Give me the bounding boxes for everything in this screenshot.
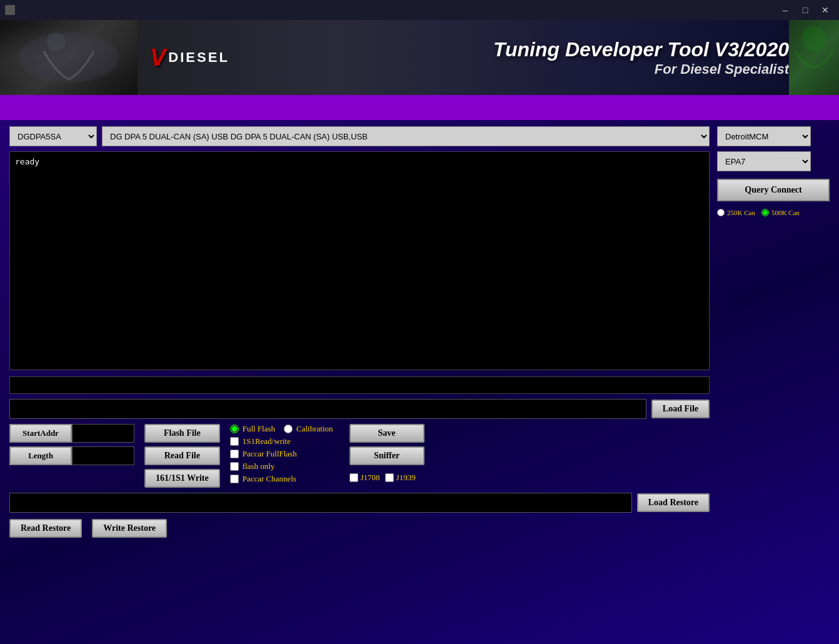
i61i81-write-button[interactable]: 161/1S1 Write <box>144 469 220 488</box>
can-250k-option: 250K Can <box>717 209 755 216</box>
restore-path-input[interactable] <box>9 493 632 513</box>
can-250k-label: 250K Can <box>727 209 755 216</box>
device-select[interactable]: DGDPA5SA <box>9 126 97 146</box>
full-flash-radio[interactable] <box>230 425 239 433</box>
header-left-art <box>0 20 138 95</box>
title-bar: – □ ✕ <box>0 0 839 20</box>
main-content: DGDPA5SA DG DPA 5 DUAL-CAN (SA) USB DG D… <box>0 120 839 544</box>
main-title: Tuning Developer Tool V3/2020 <box>493 38 789 61</box>
paccar-fullflash-checkbox[interactable] <box>230 450 239 458</box>
dropdowns-row: DGDPA5SA DG DPA 5 DUAL-CAN (SA) USB DG D… <box>9 126 710 146</box>
j1939-item: J1939 <box>385 473 416 483</box>
can-options: 250K Can 500K Can <box>717 209 830 216</box>
start-addr-row: StartAddr <box>9 424 134 443</box>
load-file-button[interactable]: Load File <box>651 400 710 418</box>
full-flash-option: Full Flash Calibration <box>230 424 333 434</box>
flash-file-button[interactable]: Flash File <box>144 424 220 443</box>
paccar-channels-checkbox[interactable] <box>230 475 239 483</box>
svg-point-0 <box>19 33 119 83</box>
calibration-radio[interactable] <box>284 425 293 433</box>
sniffer-button[interactable]: Sniffer <box>349 446 425 465</box>
flash-buttons-group: Flash File Read File 161/1S1 Write <box>144 424 220 488</box>
file-path-input[interactable] <box>9 399 646 419</box>
start-addr-input[interactable] <box>72 424 134 443</box>
manufacturer-select[interactable]: DetroitMCM <box>717 126 811 146</box>
title-bar-controls: – □ ✕ <box>776 3 834 17</box>
paccar-channels-option: Paccar Channels <box>230 474 333 484</box>
j1708-checkbox[interactable] <box>349 473 358 482</box>
log-area[interactable]: ready <box>9 151 710 370</box>
svg-point-1 <box>47 33 66 51</box>
sub-title: For Diesel Specialist <box>655 61 789 78</box>
length-input[interactable] <box>72 446 134 465</box>
full-flash-label: Full Flash <box>243 424 275 434</box>
can-500k-label: 500K Can <box>771 209 800 216</box>
can-250k-radio[interactable] <box>717 209 725 216</box>
flash-only-option: flash only <box>230 461 333 471</box>
options-group: Full Flash Calibration 1S1Read/write Pac… <box>230 424 333 484</box>
paccar-fullflash-option: Paccar FullFlash <box>230 449 333 459</box>
title-bar-left <box>5 5 15 15</box>
flash-only-label: flash only <box>243 461 275 471</box>
length-label: Length <box>9 446 72 465</box>
save-button[interactable]: Save <box>349 424 425 443</box>
file-row: Load File <box>9 399 710 419</box>
j1708-label: J1708 <box>361 473 380 483</box>
epa-select[interactable]: EPA7 <box>717 151 811 171</box>
is1-readwrite-label: 1S1Read/write <box>243 436 291 446</box>
purple-bar <box>0 95 839 120</box>
start-addr-label: StartAddr <box>9 424 72 443</box>
svg-point-2 <box>801 26 826 51</box>
query-connect-button[interactable]: Query Connect <box>717 179 830 201</box>
header-title-area: Tuning Developer Tool V3/2020 For Diesel… <box>229 38 839 78</box>
left-panel: DGDPA5SA DG DPA 5 DUAL-CAN (SA) USB DG D… <box>9 126 710 538</box>
minimize-button[interactable]: – <box>776 3 794 17</box>
write-restore-button[interactable]: Write Restore <box>92 519 167 538</box>
maximize-button[interactable]: □ <box>796 3 814 17</box>
flash-only-checkbox[interactable] <box>230 462 239 471</box>
paccar-channels-label: Paccar Channels <box>243 474 296 484</box>
can-500k-option: 500K Can <box>761 209 800 216</box>
diesel-text: DIESEL <box>168 49 229 66</box>
right-panel: DetroitMCM EPA7 Query Connect 250K Can 5… <box>717 126 830 538</box>
can-500k-radio[interactable] <box>761 209 769 216</box>
paccar-fullflash-label: Paccar FullFlash <box>243 449 297 459</box>
v-mark: V <box>150 44 166 71</box>
app-icon <box>5 5 15 15</box>
protocol-select[interactable]: DG DPA 5 DUAL-CAN (SA) USB DG DPA 5 DUAL… <box>102 126 710 146</box>
address-group: StartAddr Length <box>9 424 134 465</box>
header-banner: V DIESEL Tuning Developer Tool V3/2020 F… <box>0 20 839 95</box>
length-row: Length <box>9 446 134 465</box>
bottom-buttons-row: Read Restore Write Restore <box>9 519 710 538</box>
header-logo: V DIESEL <box>138 44 229 71</box>
j1708-item: J1708 <box>349 473 380 483</box>
is1-readwrite-option: 1S1Read/write <box>230 436 333 446</box>
read-restore-button[interactable]: Read Restore <box>9 519 82 538</box>
load-restore-button[interactable]: Load Restore <box>637 493 710 512</box>
progress-bar <box>9 376 710 394</box>
is1-readwrite-checkbox[interactable] <box>230 437 239 446</box>
action-buttons-group: Save Sniffer J1708 J1939 <box>349 424 425 483</box>
j1939-checkbox[interactable] <box>385 473 394 482</box>
restore-row: Load Restore <box>9 493 710 513</box>
j1939-label: J1939 <box>396 473 416 483</box>
header-right-art <box>789 20 839 95</box>
calibration-label: Calibration <box>296 424 333 434</box>
j-checkboxes: J1708 J1939 <box>349 473 425 483</box>
read-file-button[interactable]: Read File <box>144 446 220 465</box>
close-button[interactable]: ✕ <box>816 3 834 17</box>
controls-area: StartAddr Length Flash File Read File 16… <box>9 424 710 488</box>
